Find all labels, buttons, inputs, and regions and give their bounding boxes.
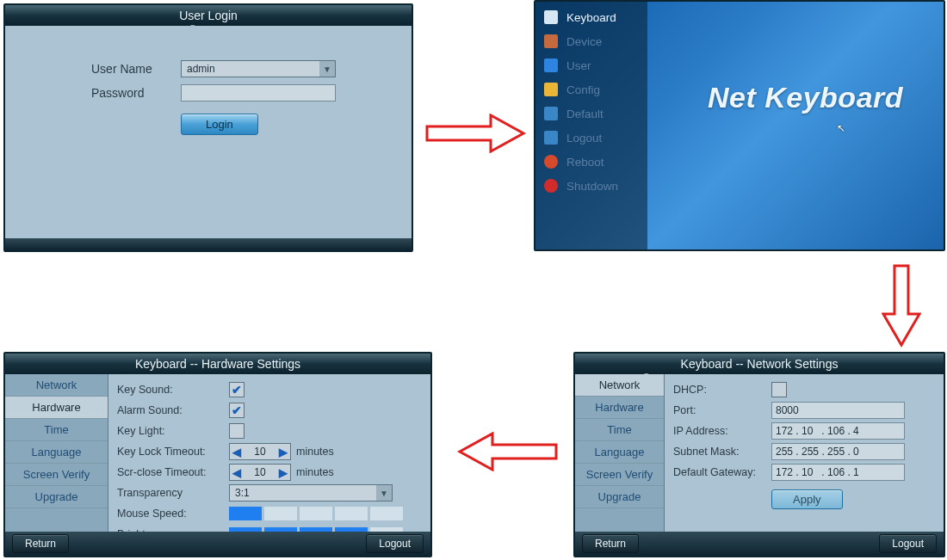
network-title: Keyboard -- Network Settings <box>575 354 944 374</box>
logout-button[interactable]: Logout <box>366 534 424 553</box>
increment-icon[interactable]: ▶ <box>276 465 290 480</box>
menu-keyboard[interactable]: Keyboard <box>535 5 647 29</box>
logout-button[interactable]: Logout <box>879 534 937 553</box>
menu-reboot[interactable]: Reboot <box>535 150 647 174</box>
password-label: Password <box>91 86 181 100</box>
decrement-icon[interactable]: ◀ <box>230 465 244 480</box>
sidebar-item-network[interactable]: Network <box>5 374 108 397</box>
gw-input[interactable] <box>771 464 905 481</box>
hardware-panel: Keyboard -- Hardware Settings Network Ha… <box>3 352 432 557</box>
sidebar-item-language[interactable]: Language <box>5 441 108 464</box>
transparency-select[interactable]: 3:1▼ <box>229 484 393 502</box>
login-title: User Login <box>5 5 412 26</box>
logout-icon <box>544 131 558 145</box>
mouse-speed-slider[interactable] <box>229 507 403 520</box>
menu-device[interactable]: Device <box>535 29 647 53</box>
increment-icon[interactable]: ▶ <box>276 444 290 459</box>
network-form: DHCP: Port: IP Address: Subnet Mask: Def… <box>665 374 944 532</box>
key-lock-spinner[interactable]: ◀10▶ <box>229 443 291 460</box>
device-icon <box>544 34 558 48</box>
sidebar-item-time[interactable]: Time <box>5 419 108 441</box>
key-lock-unit: minutes <box>296 446 334 458</box>
key-light-checkbox[interactable] <box>229 423 244 439</box>
username-value: admin <box>182 63 319 75</box>
scr-close-label: Scr-close Timeout: <box>117 466 229 478</box>
sidebar-item-time[interactable]: Time <box>575 419 664 441</box>
mask-label: Subnet Mask: <box>673 446 771 458</box>
key-lock-label: Key Lock Timeout: <box>117 446 229 458</box>
ip-label: IP Address: <box>673 425 771 437</box>
flow-arrow-left-icon <box>456 432 558 471</box>
dhcp-label: DHCP: <box>673 384 771 396</box>
transparency-label: Transparency <box>117 487 229 499</box>
menu-shutdown[interactable]: Shutdown <box>535 174 647 198</box>
flow-arrow-down-icon <box>882 264 921 348</box>
alarm-sound-checkbox[interactable] <box>229 403 244 418</box>
sidebar-item-hardware[interactable]: Hardware <box>5 397 108 419</box>
menu-logout[interactable]: Logout <box>535 126 647 150</box>
alarm-sound-label: Alarm Sound: <box>117 404 229 416</box>
flow-arrow-right-icon <box>425 114 527 153</box>
ip-input[interactable] <box>771 422 905 440</box>
apply-button[interactable]: Apply <box>771 489 843 509</box>
sidebar-item-upgrade[interactable]: Upgrade <box>5 486 108 508</box>
key-sound-label: Key Sound: <box>117 384 229 396</box>
scr-close-unit: minutes <box>296 466 334 478</box>
port-input[interactable] <box>771 402 905 419</box>
return-button[interactable]: Return <box>582 534 639 553</box>
port-label: Port: <box>673 404 771 416</box>
settings-sidebar: Network Hardware Time Language Screen Ve… <box>5 374 108 532</box>
key-sound-checkbox[interactable] <box>229 382 244 397</box>
sidebar-item-screen-verify[interactable]: Screen Verify <box>575 464 664 486</box>
username-select[interactable]: admin ▼ <box>181 60 336 77</box>
sidebar-item-network[interactable]: Network <box>575 374 664 397</box>
menu-user[interactable]: User <box>535 53 647 77</box>
user-icon <box>544 58 558 72</box>
gw-label: Default Gateway: <box>673 466 771 478</box>
menu-config[interactable]: Config <box>535 77 647 102</box>
mouse-speed-label: Mouse Speed: <box>117 508 229 520</box>
username-label: User Name <box>91 62 181 76</box>
desktop-title: Net Keyboard <box>708 81 903 114</box>
login-button[interactable]: Login <box>181 114 258 135</box>
sidebar-item-hardware[interactable]: Hardware <box>575 397 664 419</box>
cursor-icon: ↖ <box>837 122 845 134</box>
sidebar-item-language[interactable]: Language <box>575 441 664 464</box>
default-icon <box>544 107 558 120</box>
chevron-down-icon[interactable]: ▼ <box>319 61 335 77</box>
mask-input[interactable] <box>771 443 905 460</box>
network-panel: Keyboard -- Network Settings ↖ Network H… <box>573 352 945 557</box>
login-panel: User Login ↖ User Name admin ▼ Password … <box>3 3 413 252</box>
key-light-label: Key Light: <box>117 425 229 437</box>
sidebar-item-upgrade[interactable]: Upgrade <box>575 486 664 508</box>
desktop-panel: Keyboard Device User Config Default Logo… <box>534 0 945 251</box>
reboot-icon <box>544 155 558 169</box>
menu-default[interactable]: Default <box>535 102 647 126</box>
config-icon <box>544 83 558 96</box>
decrement-icon[interactable]: ◀ <box>230 444 244 459</box>
sidebar-item-screen-verify[interactable]: Screen Verify <box>5 464 108 486</box>
hardware-title: Keyboard -- Hardware Settings <box>5 354 430 374</box>
dhcp-checkbox[interactable] <box>771 382 787 397</box>
shutdown-icon <box>544 179 558 193</box>
hardware-form: Key Sound: Alarm Sound: Key Light: Key L… <box>108 374 430 532</box>
password-input[interactable] <box>181 84 336 102</box>
login-footer <box>5 238 412 250</box>
settings-sidebar: Network Hardware Time Language Screen Ve… <box>575 374 665 532</box>
keyboard-icon <box>544 10 558 24</box>
scr-close-spinner[interactable]: ◀10▶ <box>229 464 291 481</box>
return-button[interactable]: Return <box>12 534 69 553</box>
chevron-down-icon[interactable]: ▼ <box>376 485 392 501</box>
system-menu: Keyboard Device User Config Default Logo… <box>535 2 647 249</box>
